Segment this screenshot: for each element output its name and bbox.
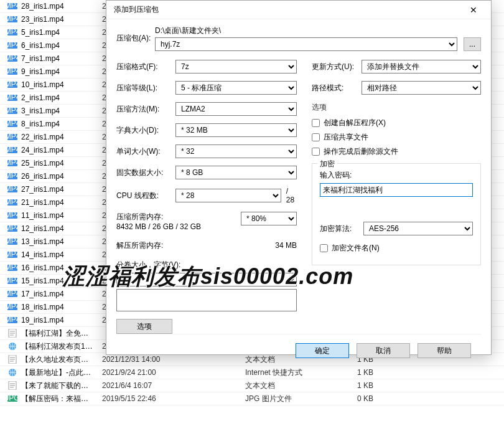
enc-method-select[interactable]: AES-256 <box>363 222 473 235</box>
mp4-icon: MP4 <box>7 107 17 115</box>
method-label: 压缩方法(M): <box>116 104 175 115</box>
svg-text:MP4: MP4 <box>7 107 17 115</box>
file-name: 【来了就能下载的… <box>21 381 102 391</box>
svg-text:MP4: MP4 <box>7 237 17 245</box>
svg-text:MP4: MP4 <box>7 133 17 141</box>
svg-text:MP4: MP4 <box>7 41 17 49</box>
file-name: 【最新地址】-点此… <box>21 367 102 378</box>
file-name: 2_iris1.mp4 <box>21 93 102 102</box>
split-label: 分卷大小，字节(V): <box>116 260 297 270</box>
mp4-icon: MP4 <box>7 54 17 63</box>
mp4-icon: MP4 <box>7 15 17 24</box>
txt-icon <box>7 329 17 338</box>
file-name: 21_iris1.mp4 <box>21 198 102 207</box>
method-select[interactable]: LZMA2 <box>175 102 297 116</box>
archive-name-select[interactable]: hyj.7z <box>155 37 457 51</box>
word-select[interactable]: * 32 <box>175 144 297 158</box>
file-name: 18_iris1.mp4 <box>21 303 102 311</box>
titlebar: 添加到压缩包 ✕ <box>106 1 491 19</box>
file-row[interactable]: 【最新地址】-点此…2021/9/24 21:00Internet 快捷方式1 … <box>0 366 504 379</box>
svg-text:MP4: MP4 <box>7 290 17 298</box>
mem-compress-text: 8432 MB / 26 GB / 32 GB <box>116 222 241 231</box>
svg-text:MP4: MP4 <box>7 159 17 167</box>
svg-text:MP4: MP4 <box>7 185 17 193</box>
file-type: Internet 快捷方式 <box>245 367 357 378</box>
update-label: 更新方式(U): <box>312 62 362 72</box>
file-name: 5_iris1.mp4 <box>21 28 102 37</box>
svg-text:MP4: MP4 <box>7 211 17 219</box>
threads-max: / 28 <box>286 187 297 204</box>
options-button[interactable]: 选项 <box>116 319 172 334</box>
mp4-icon: MP4 <box>7 250 17 259</box>
split-select[interactable] <box>116 273 297 286</box>
file-name: 17_iris1.mp4 <box>21 290 102 298</box>
enc-names-label: 加密文件名(N) <box>332 243 380 253</box>
sfx-label: 创建自解压程序(X) <box>324 118 386 128</box>
file-name: 22_iris1.mp4 <box>21 133 102 141</box>
update-select[interactable]: 添加并替换文件 <box>362 60 481 73</box>
level-select[interactable]: 5 - 标准压缩 <box>175 81 297 95</box>
svg-text:MP4: MP4 <box>7 263 17 272</box>
mp4-icon: MP4 <box>7 224 17 233</box>
mp4-icon: MP4 <box>7 198 17 207</box>
delete-checkbox[interactable] <box>312 148 320 156</box>
mp4-icon: MP4 <box>7 290 17 298</box>
sfx-checkbox[interactable] <box>312 119 320 127</box>
solid-select[interactable]: * 8 GB <box>175 166 297 179</box>
ok-button[interactable]: 确定 <box>296 343 349 358</box>
file-name: 13_iris1.mp4 <box>21 237 102 246</box>
mp4-icon: MP4 <box>7 211 17 220</box>
solid-label: 固实数据大小: <box>116 168 175 178</box>
file-name: 12_iris1.mp4 <box>21 224 102 233</box>
svg-text:MP4: MP4 <box>7 120 17 128</box>
password-input[interactable] <box>320 183 473 197</box>
close-button[interactable]: ✕ <box>459 1 487 19</box>
dict-select[interactable]: * 32 MB <box>175 123 297 137</box>
params-input[interactable] <box>116 289 297 311</box>
mp4-icon: MP4 <box>7 237 17 246</box>
svg-text:MP4: MP4 <box>7 277 17 285</box>
enc-method-label: 加密算法: <box>320 224 363 234</box>
file-type: JPG 图片文件 <box>245 394 357 404</box>
file-name: 23_iris1.mp4 <box>21 15 102 24</box>
svg-text:MP4: MP4 <box>7 224 17 232</box>
svg-text:MP4: MP4 <box>7 146 17 154</box>
threads-select[interactable]: * 28 <box>175 189 281 202</box>
mp4-icon: MP4 <box>7 159 17 168</box>
svg-text:MP4: MP4 <box>7 80 17 88</box>
enc-names-checkbox[interactable] <box>320 244 328 252</box>
svg-text:JPG: JPG <box>7 394 17 402</box>
file-row[interactable]: JPG【解压密码：来福…2019/5/15 22:46JPG 图片文件0 KB <box>0 392 504 405</box>
file-date: 2021/9/24 21:00 <box>102 368 245 377</box>
svg-text:MP4: MP4 <box>7 172 17 180</box>
mp4-icon: MP4 <box>7 120 17 128</box>
share-label: 压缩共享文件 <box>324 132 368 143</box>
format-select[interactable]: 7z <box>175 60 297 73</box>
word-label: 单词大小(W): <box>116 146 175 157</box>
svg-text:MP4: MP4 <box>7 28 17 36</box>
help-button[interactable]: 帮助 <box>418 343 471 358</box>
encrypt-legend: 加密 <box>317 159 337 169</box>
browse-button[interactable]: ... <box>464 37 481 51</box>
mp4-icon: MP4 <box>7 277 17 285</box>
mp4-icon: MP4 <box>7 28 17 37</box>
path-mode-select[interactable]: 相对路径 <box>362 81 481 95</box>
svg-text:MP4: MP4 <box>7 198 17 206</box>
file-name: 【福利江湖发布页1… <box>21 341 102 352</box>
encrypt-fieldset: 加密 输入密码: 加密算法: AES-256 加密文件名(N) <box>312 163 481 265</box>
file-type: 文本文档 <box>245 381 357 391</box>
file-name: 14_iris1.mp4 <box>21 250 102 259</box>
mp4-icon: MP4 <box>7 133 17 141</box>
file-name: 8_iris1.mp4 <box>21 120 102 128</box>
file-name: 27_iris1.mp4 <box>21 185 102 194</box>
file-name: 11_iris1.mp4 <box>21 211 102 220</box>
cancel-button[interactable]: 取消 <box>357 343 410 358</box>
url-icon <box>7 342 17 351</box>
file-size: 1 KB <box>357 368 373 377</box>
mem-compress-select[interactable]: * 80% <box>241 212 297 225</box>
share-checkbox[interactable] <box>312 133 320 141</box>
file-name: 【永久地址发布页… <box>21 354 102 365</box>
txt-icon <box>7 355 17 364</box>
file-name: 26_iris1.mp4 <box>21 172 102 181</box>
file-row[interactable]: 【来了就能下载的…2021/6/4 16:07文本文档1 KB <box>0 379 504 392</box>
